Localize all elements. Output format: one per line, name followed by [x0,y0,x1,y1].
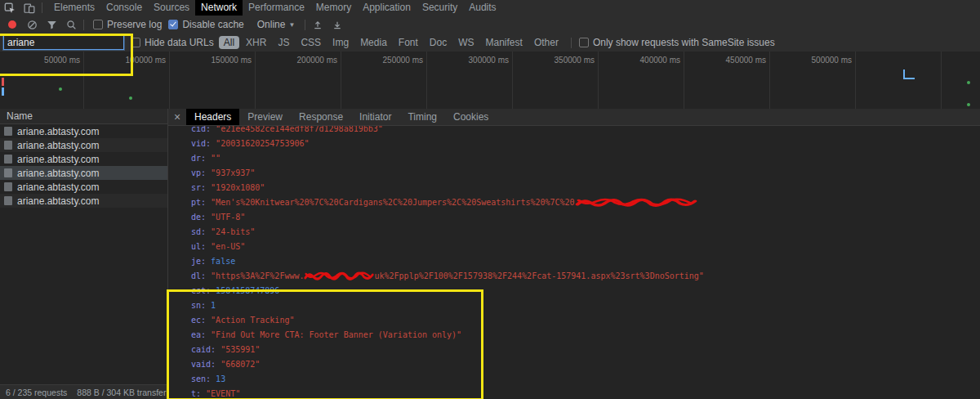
timeline-gridline [598,52,599,109]
timeline-gridline [83,52,84,109]
details-tab-cookies[interactable]: Cookies [445,109,497,125]
throttling-select[interactable]: Online [257,19,286,30]
device-toolbar-icon[interactable] [20,0,39,16]
query-params-list: cid: "e21ee4582ce144edf8f7d1298a819bb3"v… [191,125,980,399]
request-name: ariane.abtasty.com [17,140,100,151]
param-dr: dr: "" [191,153,220,164]
close-icon[interactable]: × [168,109,186,125]
param-sen: sen: 13 [191,374,225,385]
details-tab-initiator[interactable]: Initiator [351,109,399,125]
details-tab-preview[interactable]: Preview [239,109,291,125]
timeline-label: 100000 ms [97,56,166,65]
resource-type-filters: AllXHRJSCSSImgMediaFontDocWSManifestOthe… [219,36,564,49]
details-tab-timing[interactable]: Timing [399,109,445,125]
timeline-label: 350000 ms [526,56,595,65]
name-column-header[interactable]: Name [0,109,167,124]
hide-data-urls-checkbox[interactable] [131,38,140,47]
disable-cache-checkbox[interactable] [168,20,178,29]
file-icon [4,196,12,205]
redaction-scribble [304,271,374,280]
filter-type-css[interactable]: CSS [296,36,326,49]
filter-type-other[interactable]: Other [529,36,564,49]
filter-bar: Hide data URLs AllXHRJSCSSImgMediaFontDo… [0,34,980,52]
devtools-tabbar: ElementsConsoleSourcesNetworkPerformance… [0,0,980,16]
timeline-gridline [684,52,684,109]
tab-performance[interactable]: Performance [243,0,310,16]
tab-elements[interactable]: Elements [48,0,100,16]
clear-button[interactable] [22,17,42,33]
waterfall-dot [967,81,970,84]
request-name: ariane.abtasty.com [17,168,100,179]
timeline-gridline [855,52,856,109]
tab-memory[interactable]: Memory [310,0,357,16]
param-caid: caid: "535991" [191,344,260,356]
import-har-icon[interactable] [327,17,347,33]
file-icon [4,182,12,191]
inspect-icon[interactable] [0,0,20,16]
tab-network[interactable]: Network [195,0,243,16]
timeline-label: 50000 ms [11,56,80,65]
filter-type-manifest[interactable]: Manifest [481,36,528,49]
filter-type-doc[interactable]: Doc [425,36,452,49]
tab-application[interactable]: Application [357,0,416,16]
preserve-log-label: Preserve log [107,19,162,30]
details-tab-response[interactable]: Response [291,109,351,125]
param-sn: sn: 1 [191,300,216,312]
request-details-pane: × HeadersPreviewResponseInitiatorTimingC… [167,109,980,399]
timeline-grid: 50000 ms100000 ms150000 ms200000 ms25000… [0,52,980,109]
filter-icon[interactable] [42,17,61,33]
record-button[interactable] [2,17,22,33]
timeline-gridline [512,52,513,109]
waterfall-tick-red [2,78,4,86]
filter-type-all[interactable]: All [219,36,239,49]
preserve-log-checkbox[interactable] [93,20,103,29]
waterfall-overview[interactable]: 50000 ms100000 ms150000 ms200000 ms25000… [0,52,980,110]
filter-type-xhr[interactable]: XHR [241,36,271,49]
request-row[interactable]: ariane.abtasty.com [0,124,167,138]
request-row[interactable]: ariane.abtasty.com [0,166,167,180]
timeline-gridline [169,52,170,109]
filter-type-media[interactable]: Media [355,36,392,49]
param-de: de: "UTF-8" [191,212,245,223]
timeline-label: 450000 ms [697,56,766,65]
timeline-gridline [426,52,427,109]
tab-console[interactable]: Console [100,0,148,16]
status-bar: 6 / 235 requests 888 B / 304 KB transfer [0,384,167,399]
waterfall-entry[interactable] [903,69,915,79]
request-row[interactable]: ariane.abtasty.com [0,138,167,152]
request-row[interactable]: ariane.abtasty.com [0,194,167,208]
tab-security[interactable]: Security [416,0,463,16]
filter-input[interactable] [3,35,124,50]
request-row[interactable]: ariane.abtasty.com [0,180,167,194]
file-icon [4,155,12,164]
param-ea: ea: "Find Out More CTA: Footer Banner (V… [191,330,461,341]
file-icon [4,127,12,136]
request-row[interactable]: ariane.abtasty.com [0,152,167,166]
waterfall-tick-blue [2,87,4,96]
waterfall-dot [967,103,970,106]
tab-sources[interactable]: Sources [148,0,195,16]
filter-type-js[interactable]: JS [273,36,294,49]
samesite-checkbox[interactable] [579,38,589,47]
param-sr: sr: "1920x1080" [191,182,265,194]
param-t: t: "EVENT" [191,388,240,399]
search-icon[interactable] [61,17,81,33]
timeline-gridline [341,52,341,109]
timeline-gridline [255,52,256,109]
timeline-label: 200000 ms [269,56,337,65]
waterfall-dot [59,87,62,91]
filter-type-img[interactable]: Img [327,36,354,49]
filter-type-ws[interactable]: WS [453,36,479,49]
separator [83,20,84,30]
param-vaid: vaid: "668072" [191,359,260,370]
requests-count: 6 / 235 requests [6,388,67,397]
export-har-icon[interactable] [308,17,327,33]
file-icon [4,141,12,150]
tab-audits[interactable]: Audits [463,0,501,16]
details-tab-headers[interactable]: Headers [186,109,239,125]
waterfall-dot [129,96,132,100]
hide-data-urls-label: Hide data URLs [145,37,214,48]
filter-type-font[interactable]: Font [394,36,423,49]
samesite-label: Only show requests with SameSite issues [593,37,775,48]
chevron-down-icon: ▼ [288,21,295,29]
